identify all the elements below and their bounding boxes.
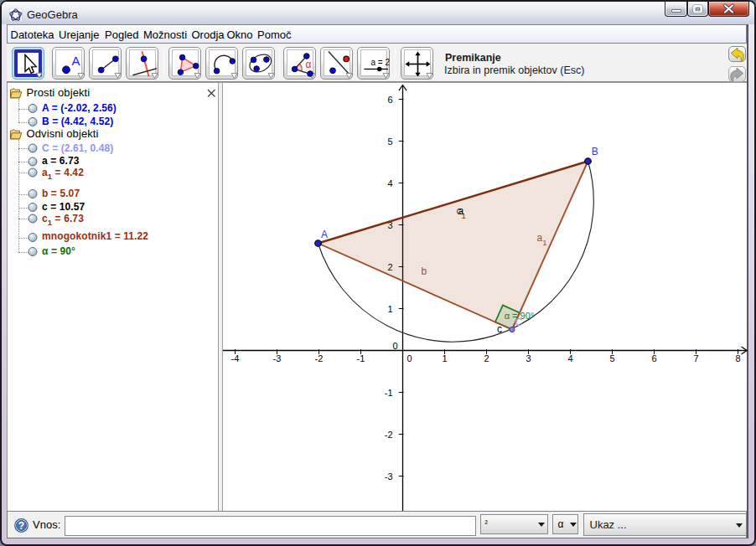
svg-text:4: 4 [567,353,572,363]
svg-text:-2: -2 [315,353,324,363]
svg-text:1: 1 [442,353,447,363]
svg-text:2: 2 [484,353,489,363]
svg-text:α = 90°: α = 90° [505,311,535,321]
svg-text:-3: -3 [385,471,393,482]
svg-text:-4: -4 [231,353,240,363]
svg-text:-2: -2 [385,430,393,440]
svg-text:α: α [306,58,312,70]
svg-text:6: 6 [387,95,392,105]
svg-text:a: a [458,205,464,217]
svg-text:5: 5 [387,136,392,147]
svg-text:A: A [321,229,328,240]
svg-text:8: 8 [735,353,740,363]
svg-text:A: A [72,54,80,68]
svg-text:3: 3 [526,353,531,363]
svg-text:?: ? [18,520,24,532]
svg-text:7: 7 [693,353,698,363]
svg-text:4: 4 [387,178,392,188]
svg-text:c: c [497,323,502,335]
svg-text:b: b [422,265,427,277]
svg-text:-1: -1 [385,388,393,398]
svg-text:1: 1 [387,304,392,314]
svg-text:0: 0 [392,341,397,351]
svg-text:5: 5 [609,353,614,363]
svg-text:0: 0 [406,353,412,363]
svg-text:a = 2: a = 2 [371,57,391,66]
svg-text:-3: -3 [273,353,282,363]
svg-text:6: 6 [651,353,656,363]
svg-text:-1: -1 [357,353,365,363]
svg-text:B: B [592,146,598,157]
